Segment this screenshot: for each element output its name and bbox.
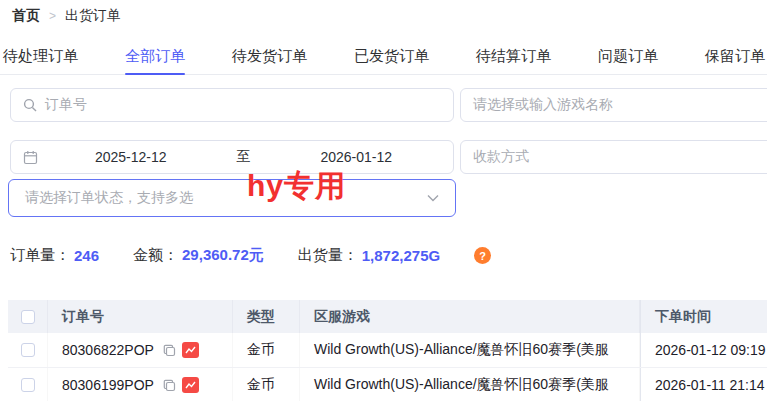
shipping-orders-page: 首页 > 出货订单 待处理订单 全部订单 待发货订单 已发货订单 待结算订单 问…: [0, 0, 767, 401]
row-checkbox[interactable]: [21, 378, 35, 392]
amount-value: 29,360.72元: [182, 246, 264, 265]
table-row: 80306822POP 金币 Wild Gr: [8, 333, 767, 368]
trend-chart-icon[interactable]: [182, 342, 199, 358]
breadcrumb-current: 出货订单: [65, 7, 121, 25]
order-count-label: 订单量：: [10, 246, 70, 265]
copy-icon[interactable]: [163, 344, 176, 357]
header-cell-time: 下单时间: [640, 300, 767, 333]
row-checkbox[interactable]: [21, 343, 35, 357]
order-no-value: 80306822POP: [62, 342, 154, 358]
orders-table: 订单号 类型 区服游戏 下单时间 80306822POP: [8, 300, 767, 401]
breadcrumb: 首页 > 出货订单: [12, 7, 121, 25]
chevron-down-icon: [427, 194, 439, 202]
shipment-value: 1,872,275G: [362, 247, 440, 264]
order-number-input[interactable]: 订单号: [10, 88, 454, 122]
payment-method-placeholder: 收款方式: [473, 148, 529, 166]
help-icon[interactable]: ?: [474, 247, 491, 264]
header-cell-order-no: 订单号: [48, 300, 233, 333]
shipment-label: 出货量：: [298, 246, 358, 265]
tab-shipped-orders[interactable]: 已发货订单: [354, 38, 429, 74]
breadcrumb-separator: >: [49, 9, 56, 23]
order-status-placeholder: 请选择订单状态，支持多选: [25, 189, 193, 207]
game-server-value: Wild Growth(US)-Alliance/魔兽怀旧60赛季(美服: [300, 368, 640, 401]
tab-all-orders[interactable]: 全部订单: [125, 38, 185, 74]
date-start-value[interactable]: 2025-12-12: [46, 149, 216, 165]
game-name-placeholder: 请选择或输入游戏名称: [473, 96, 613, 114]
order-time-value: 2026-01-11 21:14: [640, 368, 767, 401]
order-count-value: 246: [74, 247, 99, 264]
header-cell-select: [8, 300, 48, 333]
date-end-value[interactable]: 2026-01-12: [272, 149, 442, 165]
order-time-value: 2026-01-12 09:19: [640, 333, 767, 367]
search-icon: [23, 98, 37, 112]
tab-pending-orders[interactable]: 待处理订单: [3, 38, 78, 74]
payment-method-select[interactable]: 收款方式: [460, 140, 767, 174]
table-header-row: 订单号 类型 区服游戏 下单时间: [8, 300, 767, 333]
header-cell-game: 区服游戏: [300, 300, 640, 333]
date-range-picker[interactable]: 2025-12-12 至 2026-01-12: [10, 140, 454, 174]
order-status-multiselect[interactable]: 请选择订单状态，支持多选: [8, 179, 456, 217]
trend-chart-icon[interactable]: [182, 377, 199, 393]
order-tabs-bar: 待处理订单 全部订单 待发货订单 已发货订单 待结算订单 问题订单 保留订单: [0, 38, 767, 75]
annotation-hy: hy专用: [247, 166, 346, 207]
game-name-select[interactable]: 请选择或输入游戏名称: [460, 88, 767, 122]
game-server-value: Wild Growth(US)-Alliance/魔兽怀旧60赛季(美服: [300, 333, 640, 367]
breadcrumb-home-link[interactable]: 首页: [12, 7, 40, 25]
order-type-value: 金币: [233, 333, 300, 367]
tab-to-settle-orders[interactable]: 待结算订单: [476, 38, 551, 74]
header-cell-type: 类型: [233, 300, 300, 333]
date-range-separator: 至: [224, 148, 264, 166]
order-type-value: 金币: [233, 368, 300, 401]
copy-icon[interactable]: [163, 379, 176, 392]
amount-label: 金额：: [133, 246, 178, 265]
select-all-checkbox[interactable]: [21, 310, 35, 324]
summary-stats: 订单量： 246 金额： 29,360.72元 出货量： 1,872,275G …: [10, 246, 491, 265]
tab-held-orders[interactable]: 保留订单: [705, 38, 765, 74]
tab-to-ship-orders[interactable]: 待发货订单: [232, 38, 307, 74]
tab-problem-orders[interactable]: 问题订单: [598, 38, 658, 74]
table-row: 80306199POP 金币 Wild Gr: [8, 368, 767, 401]
order-no-value: 80306199POP: [62, 377, 154, 393]
calendar-icon: [23, 150, 38, 165]
order-number-placeholder: 订单号: [45, 96, 87, 114]
